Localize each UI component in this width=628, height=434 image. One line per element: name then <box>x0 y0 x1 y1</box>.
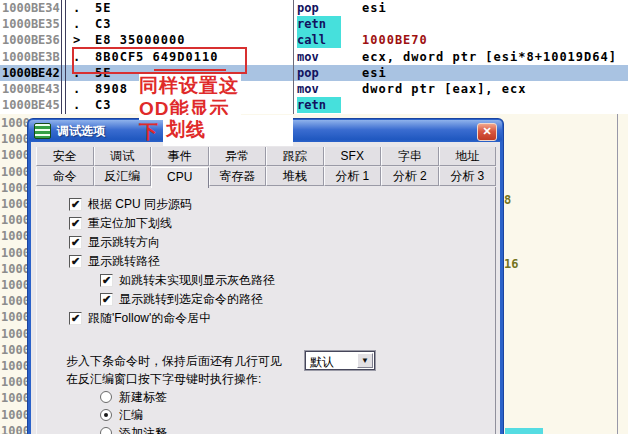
operands-cell: ecx, dword ptr [esi*8+10019D64] <box>362 49 617 65</box>
radio-button[interactable] <box>100 391 112 403</box>
highlighted-instruction-fragment <box>505 428 543 434</box>
check-icon: ✔ <box>71 236 80 248</box>
check-icon: ✔ <box>71 217 80 229</box>
radio-label: 新建标签 <box>119 391 167 404</box>
checkbox-label: 跟随'Follow'的命令居中 <box>88 312 211 325</box>
occluded-value: 8 <box>504 193 511 207</box>
partial-address: 1000 <box>1 342 30 358</box>
tab-row-1: 安全调试事件异常跟踪SFX字串地址 <box>36 147 496 167</box>
tab-异常[interactable]: 异常 <box>209 147 267 166</box>
radio-button[interactable] <box>100 409 112 421</box>
checkbox[interactable]: ✔ <box>69 217 82 230</box>
operands-cell: dword ptr [eax], ecx <box>362 81 527 97</box>
check-icon: ✔ <box>102 274 111 286</box>
partial-address: 1000 <box>1 196 30 212</box>
tab-调试[interactable]: 调试 <box>94 147 152 166</box>
radio-label: 添加注释 <box>119 427 167 434</box>
chevron-down-icon[interactable]: ▼ <box>357 353 373 368</box>
tab-panel-edge <box>36 187 37 434</box>
tab-反汇编[interactable]: 反汇编 <box>94 167 152 186</box>
operands-cell: esi <box>362 0 387 16</box>
dropdown-value: 默认 <box>310 354 334 371</box>
tab-分析-1[interactable]: 分析 1 <box>324 167 382 186</box>
bytes-cell: 8908 <box>95 81 128 97</box>
operands-cell: 1000BE70 <box>362 32 428 48</box>
operands-cell: esi <box>362 65 387 81</box>
tab-分析-2[interactable]: 分析 2 <box>381 167 439 186</box>
partial-address: 1000 <box>1 407 30 423</box>
bytes-cell: C3 <box>95 97 111 113</box>
partial-address: 1000 <box>1 245 30 261</box>
annotation-line: 划线 <box>166 115 293 144</box>
checkbox[interactable]: ✔ <box>100 274 113 287</box>
partial-address: 1000 <box>1 261 30 277</box>
tab-事件[interactable]: 事件 <box>151 147 209 166</box>
annotation-note: 划线 <box>163 115 293 146</box>
checkbox[interactable]: ✔ <box>69 236 82 249</box>
partial-address: 1000 <box>1 293 30 309</box>
debug-options-dialog: 调试选项 ✕ 安全调试事件异常跟踪SFX字串地址 命令反汇编CPU寄存器堆栈分析… <box>28 119 503 434</box>
tab-panel-edge <box>495 187 496 434</box>
options-icon <box>34 123 51 139</box>
radio-button[interactable] <box>100 427 112 434</box>
tab-cpu[interactable]: CPU <box>151 167 209 188</box>
mnemonic-cell: pop <box>297 65 341 81</box>
disasm-row[interactable]: 1000BE35.C3retn <box>0 16 628 32</box>
checkbox-label: 显示跳转路径 <box>88 255 160 268</box>
tab-寄存器[interactable]: 寄存器 <box>209 167 267 186</box>
address-cell: 1000BE43 <box>2 81 60 97</box>
checkbox-label: 重定位加下划线 <box>88 217 172 230</box>
partial-address: 1000 <box>1 228 30 244</box>
radio-label: 汇编 <box>119 409 143 422</box>
annotation-note: 同样设置这 OD能显示下 <box>139 74 241 120</box>
column-separator <box>293 0 294 114</box>
occluded-value: 16 <box>504 257 518 271</box>
bytes-cell: 5E <box>95 0 111 16</box>
checkbox-label: 根据 CPU 同步源码 <box>88 198 192 211</box>
disasm-row[interactable]: 1000BE43.8908movdword ptr [eax], ecx <box>0 81 628 97</box>
tab-分析-3[interactable]: 分析 3 <box>439 167 497 186</box>
partial-address: 1000 <box>1 164 30 180</box>
dialog-body: 安全调试事件异常跟踪SFX字串地址 命令反汇编CPU寄存器堆栈分析 1分析 2分… <box>31 142 500 434</box>
annotation-line: 同样设置这 <box>139 74 241 97</box>
ollydbg-screen: 1000BE34.5Epopesi1000BE35.C3retn1000BE36… <box>0 0 628 434</box>
bytes-cell: E8 35000000 <box>95 32 185 48</box>
mnemonic-cell: mov <box>297 49 341 65</box>
disasm-row[interactable]: 1000BE45.C3retn <box>0 97 628 113</box>
close-button[interactable]: ✕ <box>477 123 497 141</box>
partial-address: 1000 <box>1 115 30 131</box>
checkbox[interactable]: ✔ <box>69 255 82 268</box>
tab-跟踪[interactable]: 跟踪 <box>266 147 324 166</box>
stepping-label: 步入下条命令时，保持后面还有几行可见 <box>66 353 282 370</box>
checkbox[interactable]: ✔ <box>100 293 113 306</box>
tab-sfx[interactable]: SFX <box>324 147 382 166</box>
address-cell: 1000BE42 <box>2 65 60 81</box>
tab-安全[interactable]: 安全 <box>36 147 94 166</box>
keypress-section-label: 在反汇编窗口按下字母键时执行操作: <box>66 371 261 388</box>
visible-lines-dropdown[interactable]: 默认 ▼ <box>305 351 375 370</box>
column-separator <box>65 0 66 114</box>
red-underline-annotation <box>154 69 226 71</box>
mnemonic-cell: retn <box>297 97 341 113</box>
partial-address: 1000 <box>1 309 30 325</box>
tab-堆栈[interactable]: 堆栈 <box>266 167 324 186</box>
tab-字串[interactable]: 字串 <box>381 147 439 166</box>
partial-address: 1000 <box>1 180 30 196</box>
prefix-cell: . <box>73 0 80 16</box>
mnemonic-cell: mov <box>297 81 341 97</box>
tab-地址[interactable]: 地址 <box>439 147 497 166</box>
tab-命令[interactable]: 命令 <box>36 167 94 186</box>
partial-address: 1000 <box>1 423 30 434</box>
partial-address: 1000 <box>1 358 30 374</box>
partial-address: 1000 <box>1 390 30 406</box>
checkbox-label: 如跳转未实现则显示灰色路径 <box>119 274 275 287</box>
mnemonic-cell: retn <box>297 16 341 32</box>
disasm-row[interactable]: 1000BE34.5Epopesi <box>0 0 628 16</box>
partial-address: 1000 <box>1 131 30 147</box>
checkbox[interactable]: ✔ <box>69 312 82 325</box>
checkbox[interactable]: ✔ <box>69 198 82 211</box>
close-icon: ✕ <box>482 125 491 137</box>
prefix-cell: . <box>73 97 80 113</box>
address-cell: 1000BE3B <box>2 49 60 65</box>
address-cell: 1000BE34 <box>2 0 60 16</box>
